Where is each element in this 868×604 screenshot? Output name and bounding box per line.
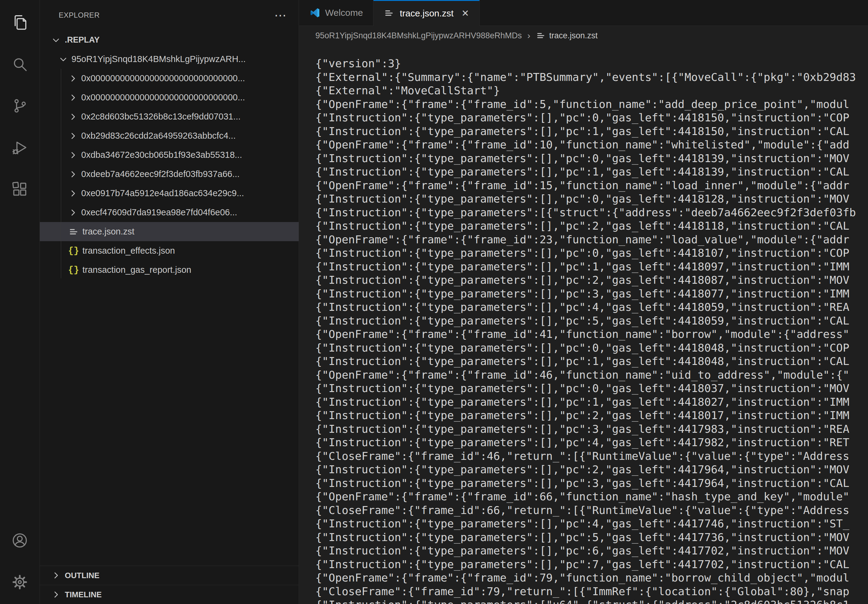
code-line: {"OpenFrame":{"frame":{"frame_id":23,"fu… xyxy=(315,233,868,247)
tree-folder[interactable]: 0xdba34672e30cb065b1f93e3ab55318... xyxy=(40,146,299,164)
chevron-right-icon xyxy=(68,131,78,141)
code-line: {"Instruction":{"type_parameters":[],"pc… xyxy=(315,544,868,558)
activity-bar xyxy=(0,0,40,604)
sidebar-title: EXPLORER xyxy=(59,11,100,19)
accounts-icon[interactable] xyxy=(0,519,40,561)
tree-item-label: 0x000000000000000000000000000000... xyxy=(81,73,245,83)
code-line: {"CloseFrame":{"frame_id":66,"return_":[… xyxy=(315,503,868,517)
code-line: {"CloseFrame":{"frame_id":79,"return_":[… xyxy=(315,585,868,599)
code-line: {"Instruction":{"type_parameters":[],"pc… xyxy=(315,111,868,125)
explorer-sidebar: EXPLORER ⋯ .REPLAY 95oR1YipjSnqd18K4BMsh… xyxy=(40,0,299,604)
tree-item-label: 0x2c8d603bc51326b8c13cef9dd07031... xyxy=(81,112,240,122)
tree-item-label: 0xecf47609d7da919ea98e7fd04f6e06... xyxy=(81,208,237,217)
code-line: {"version":3} xyxy=(315,57,868,71)
tab-trace-json-zst[interactable]: trace.json.zst✕ xyxy=(374,0,480,26)
code-line: {"External":"MoveCallStart"} xyxy=(315,84,868,98)
list-file-icon xyxy=(384,8,395,19)
chevron-right-icon xyxy=(68,169,78,180)
chevron-right-icon xyxy=(68,73,78,84)
code-line: {"OpenFrame":{"frame":{"frame_id":10,"fu… xyxy=(315,138,868,152)
tree-item-label: trace.json.zst xyxy=(82,226,135,237)
section-label: .REPLAY xyxy=(65,35,100,45)
chevron-down-icon xyxy=(51,35,61,45)
sidebar-panels: OUTLINE TIMELINE xyxy=(40,566,299,604)
tab-label: trace.json.zst xyxy=(400,8,453,19)
code-line: {"Instruction":{"type_parameters":[],"pc… xyxy=(315,409,868,423)
breadcrumb-file[interactable]: trace.json.zst xyxy=(549,31,598,40)
code-line: {"Instruction":{"type_parameters":[],"pc… xyxy=(315,355,868,368)
json-file-icon: {} xyxy=(68,264,79,276)
run-and-debug-icon[interactable] xyxy=(0,127,40,168)
code-line: {"Instruction":{"type_parameters":[{"str… xyxy=(315,206,868,220)
breadcrumb-separator: › xyxy=(527,30,530,41)
code-line: {"Instruction":{"type_parameters":[],"pc… xyxy=(315,287,868,301)
code-line: {"Instruction":{"type_parameters":[],"pc… xyxy=(315,273,868,287)
tab-label: Welcome xyxy=(325,8,363,18)
tab-bar: Welcometrace.json.zst✕ xyxy=(299,0,868,26)
tree-folder[interactable]: 0xb29d83c26cdd2a64959263abbcfc4... xyxy=(40,126,299,146)
list-file-icon xyxy=(536,31,546,40)
code-line: {"Instruction":{"type_parameters":[],"pc… xyxy=(315,423,868,436)
chevron-right-icon xyxy=(68,150,78,160)
panel-outline[interactable]: OUTLINE xyxy=(40,566,299,585)
breadcrumb-folder[interactable]: 95oR1YipjSnqd18K4BMshkLgPijypwzARHV988eR… xyxy=(315,31,522,40)
tree-item-label: transaction_effects.json xyxy=(82,246,175,256)
search-icon[interactable] xyxy=(0,43,40,85)
code-line: {"Instruction":{"type_parameters":[],"pc… xyxy=(315,463,868,477)
tree-folder[interactable]: 0x000000000000000000000000000000... xyxy=(40,69,299,88)
code-line: {"CloseFrame":{"frame_id":46,"return_":[… xyxy=(315,449,868,463)
tree-item-label: 0xb29d83c26cdd2a64959263abbcfc4... xyxy=(81,131,236,141)
tree-item-label: transaction_gas_report.json xyxy=(82,265,191,275)
code-line: {"Instruction":{"type_parameters":[],"pc… xyxy=(315,165,868,179)
tree-folder[interactable]: 0x000000000000000000000000000000... xyxy=(40,88,299,107)
explorer-files-icon[interactable] xyxy=(0,2,40,43)
extensions-icon[interactable] xyxy=(0,168,40,210)
tree-folder[interactable]: 0x2c8d603bc51326b8c13cef9dd07031... xyxy=(40,107,299,126)
code-line: {"Instruction":{"type_parameters":[],"pc… xyxy=(315,558,868,571)
section-replay[interactable]: .REPLAY xyxy=(40,30,299,50)
code-line: {"Instruction":{"type_parameters":[],"pc… xyxy=(315,260,868,274)
code-line: {"Instruction":{"type_parameters":[],"pc… xyxy=(315,300,868,314)
tree-file[interactable]: {}transaction_gas_report.json xyxy=(40,260,299,279)
tree-item-label: 0xdeeb7a4662eec9f2f3def03fb937a66... xyxy=(81,169,240,179)
editor-group: Welcometrace.json.zst✕ 95oR1YipjSnqd18K4… xyxy=(299,0,868,604)
code-line: {"Instruction":{"type_parameters":[],"pc… xyxy=(315,152,868,166)
tree-folder[interactable]: 95oR1YipjSnqd18K4BMshkLgPijypwzARH... xyxy=(40,50,299,69)
close-icon[interactable]: ✕ xyxy=(461,9,469,18)
code-line: {"OpenFrame":{"frame":{"frame_id":66,"fu… xyxy=(315,490,868,503)
tree-folder[interactable]: 0xdeeb7a4662eec9f2f3def03fb937a66... xyxy=(40,164,299,184)
more-actions-icon[interactable]: ⋯ xyxy=(274,12,287,18)
code-line: {"Instruction":{"type_parameters":[],"pc… xyxy=(315,382,868,395)
settings-gear-icon[interactable] xyxy=(0,561,40,603)
file-tree: 95oR1YipjSnqd18K4BMshkLgPijypwzARH...0x0… xyxy=(40,50,299,279)
tree-file[interactable]: {}transaction_effects.json xyxy=(40,241,299,260)
tree-folder[interactable]: 0xe0917b74a5912e4ad186ac634e29c9... xyxy=(40,184,299,203)
code-area[interactable]: {"version":3}{"External":{"Summary":{"na… xyxy=(299,45,868,604)
code-line: {"Instruction":{"type_parameters":[],"pc… xyxy=(315,314,868,328)
chevron-right-icon xyxy=(68,208,78,218)
code-line: {"Instruction":{"type_parameters":[],"pc… xyxy=(315,341,868,355)
code-line: {"Instruction":{"type_parameters":["u64"… xyxy=(315,598,868,604)
chevron-right-icon xyxy=(68,188,78,198)
code-line: {"Instruction":{"type_parameters":[],"pc… xyxy=(315,125,868,138)
code-line: {"External":{"Summary":{"name":"PTBSumma… xyxy=(315,71,868,84)
code-line: {"Instruction":{"type_parameters":[],"pc… xyxy=(315,192,868,206)
code-line: {"Instruction":{"type_parameters":[],"pc… xyxy=(315,531,868,544)
vscode-logo-icon xyxy=(309,7,320,18)
json-file-icon: {} xyxy=(68,245,79,257)
code-line: {"Instruction":{"type_parameters":[],"pc… xyxy=(315,246,868,260)
chevron-down-icon xyxy=(58,54,68,65)
source-control-icon[interactable] xyxy=(0,85,40,127)
tree-file[interactable]: trace.json.zst xyxy=(40,222,299,241)
chevron-right-icon xyxy=(68,93,78,103)
breadcrumb: 95oR1YipjSnqd18K4BMshkLgPijypwzARHV988eR… xyxy=(299,26,868,45)
chevron-right-icon xyxy=(51,570,61,581)
panel-timeline[interactable]: TIMELINE xyxy=(40,585,299,604)
tree-item-label: 0x000000000000000000000000000000... xyxy=(81,93,245,102)
code-line: {"Instruction":{"type_parameters":[],"pc… xyxy=(315,517,868,531)
tab-welcome[interactable]: Welcome xyxy=(299,0,374,26)
code-line: {"OpenFrame":{"frame":{"frame_id":5,"fun… xyxy=(315,98,868,111)
code-line: {"Instruction":{"type_parameters":[],"pc… xyxy=(315,219,868,233)
tree-folder[interactable]: 0xecf47609d7da919ea98e7fd04f6e06... xyxy=(40,203,299,222)
chevron-right-icon xyxy=(68,112,78,122)
